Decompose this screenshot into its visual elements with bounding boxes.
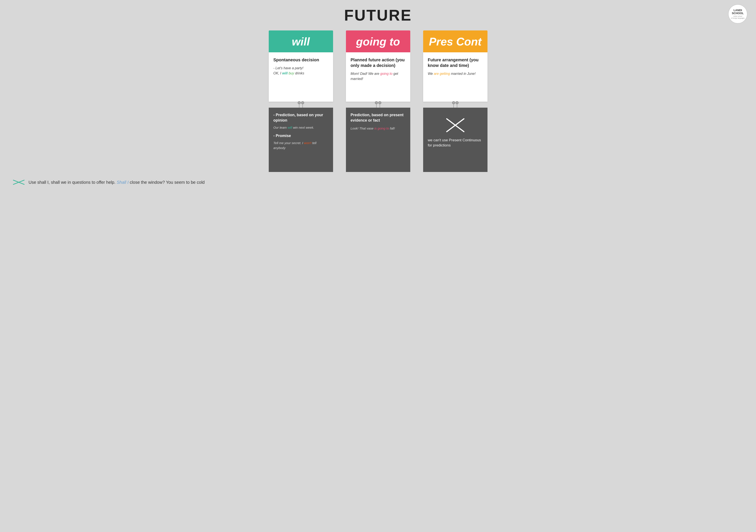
pin-left-3 (452, 101, 455, 108)
card-going-to-pins (366, 101, 390, 108)
card-will-header: will (269, 30, 333, 52)
card-will-top-example: - Let's have a party!OK, I will buy drin… (273, 66, 328, 76)
card-will-prediction-title: - Prediction, based on your opinion (273, 112, 328, 123)
card-going-to-top: Planned future action (you only made a d… (346, 52, 410, 102)
logo-subtitle: online schoolof foreign languages (731, 15, 744, 19)
card-pres-cont-pins (443, 101, 467, 108)
pin-right-3 (455, 101, 459, 108)
pin-right (301, 101, 304, 108)
footer-text-before: Use shall I, shall we in questions to of… (29, 180, 117, 185)
card-pres-cont-top: Future arrangement (you know date and ti… (423, 52, 488, 102)
card-going-to-top-example: Mom! Dad! We are going to get married! (351, 71, 406, 82)
card-will-top: Spontaneous decision - Let's have a part… (269, 52, 333, 102)
card-pres-cont-bottom: we can't use Present Continuous for pred… (423, 108, 488, 172)
card-going-to-bottom-example: Look! That vase is going to fall! (351, 126, 406, 131)
logo: LANDI SCHOOL online schoolof foreign lan… (728, 4, 747, 24)
footer-text-after: close the window? You seem to be cold (129, 180, 205, 185)
card-going-to: going to Planned future action (you only… (346, 30, 410, 172)
pin-right-2 (378, 101, 382, 108)
card-pres-cont-header: Pres Cont (423, 30, 488, 52)
pin-left (297, 101, 301, 108)
card-going-to-header: going to (346, 30, 410, 52)
x-mark-container (428, 117, 483, 134)
footer: Use shall I, shall we in questions to of… (9, 178, 747, 186)
card-pres-cont-header-text: Pres Cont (429, 35, 482, 48)
card-going-to-top-title: Planned future action (you only made a d… (351, 57, 406, 68)
footer-icon (13, 178, 25, 186)
card-will-header-text: will (292, 35, 310, 48)
card-will-top-title: Spontaneous decision (273, 57, 328, 63)
footer-shall-highlight: Shall I (117, 180, 129, 185)
logo-name2: SCHOOL (732, 12, 744, 15)
card-will-bottom: - Prediction, based on your opinion Our … (269, 108, 333, 172)
footer-text: Use shall I, shall we in questions to of… (29, 179, 204, 185)
card-will-promise-title: - Promise (273, 133, 328, 139)
card-will-prediction-example: Our team will win next week. (273, 125, 328, 130)
x-mark-svg (445, 117, 466, 134)
card-pres-cont-bottom-note: we can't use Present Continuous for pred… (428, 138, 483, 148)
pin-left-2 (375, 101, 378, 108)
card-will-prediction: - Prediction, based on your opinion Our … (273, 112, 328, 130)
card-going-to-bottom-title: Prediction, based on present evidence or… (351, 112, 406, 123)
card-will-promise: - Promise Tell me your secret. I won't t… (273, 133, 328, 150)
card-will-promise-example: Tell me your secret. I won't tell anybod… (273, 141, 328, 150)
card-will-pins (289, 101, 313, 108)
card-going-to-bottom: Prediction, based on present evidence or… (346, 108, 410, 172)
cards-row: will Spontaneous decision - Let's have a… (9, 30, 747, 172)
logo-name: LANDI (734, 9, 742, 12)
card-going-to-header-text: going to (356, 35, 400, 48)
footer-x-icon (13, 178, 25, 186)
card-pres-cont-top-example: We are getting married in June! (428, 71, 483, 76)
page-title: FUTURE (9, 7, 747, 24)
card-will: will Spontaneous decision - Let's have a… (269, 30, 333, 172)
card-pres-cont: Pres Cont Future arrangement (you know d… (423, 30, 488, 172)
card-pres-cont-top-title: Future arrangement (you know date and ti… (428, 57, 483, 68)
